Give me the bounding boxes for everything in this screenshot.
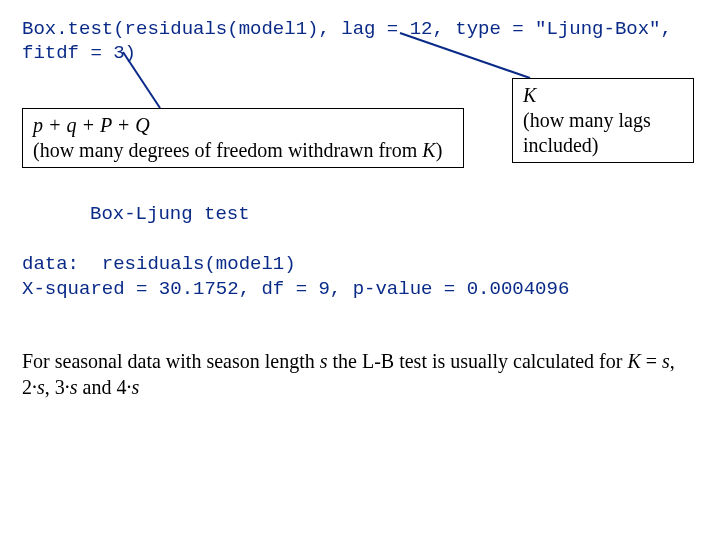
output-title: Box-Ljung test — [90, 203, 250, 225]
paragraph: For seasonal data with season length s t… — [22, 348, 682, 400]
code-line-2: fitdf = 3) — [22, 42, 136, 64]
right-explain: (how many lags included) — [523, 108, 683, 158]
annotation-left-explain: (how many degrees of freedom withdrawn f… — [33, 138, 453, 163]
para-s4: s — [70, 376, 78, 398]
annotation-left-box: p + q + P + Q (how many degrees of freed… — [22, 108, 464, 168]
output-body-block: data: residuals(model1) X-squared = 30.1… — [22, 252, 569, 301]
explain-K: K — [422, 139, 435, 161]
para-c2: , 3· — [45, 376, 70, 398]
para-K: K — [627, 350, 640, 372]
para-pre: For seasonal data with season length — [22, 350, 320, 372]
para-eq: = — [641, 350, 662, 372]
para-s5: s — [131, 376, 139, 398]
output-stats-line: X-squared = 30.1752, df = 9, p-value = 0… — [22, 278, 569, 300]
formula-text: p + q + P + Q — [33, 114, 150, 136]
right-K: K — [523, 83, 683, 108]
code-line-1: Box.test(residuals(model1), lag = 12, ty… — [22, 18, 672, 40]
explain-pre: (how many degrees of freedom withdrawn f… — [33, 139, 422, 161]
output-title-block: Box-Ljung test — [90, 202, 250, 227]
slide: Box.test(residuals(model1), lag = 12, ty… — [0, 0, 720, 540]
formula-pqPQ: p + q + P + Q — [33, 113, 453, 138]
para-s3: s — [37, 376, 45, 398]
para-s2: s — [662, 350, 670, 372]
para-c3: and 4· — [78, 376, 132, 398]
explain-post: ) — [436, 139, 443, 161]
para-s1: s — [320, 350, 328, 372]
code-call: Box.test(residuals(model1), lag = 12, ty… — [22, 18, 672, 66]
annotation-right-box: K (how many lags included) — [512, 78, 694, 163]
output-data-line: data: residuals(model1) — [22, 253, 296, 275]
para-mid1: the L-B test is usually calculated for — [328, 350, 628, 372]
